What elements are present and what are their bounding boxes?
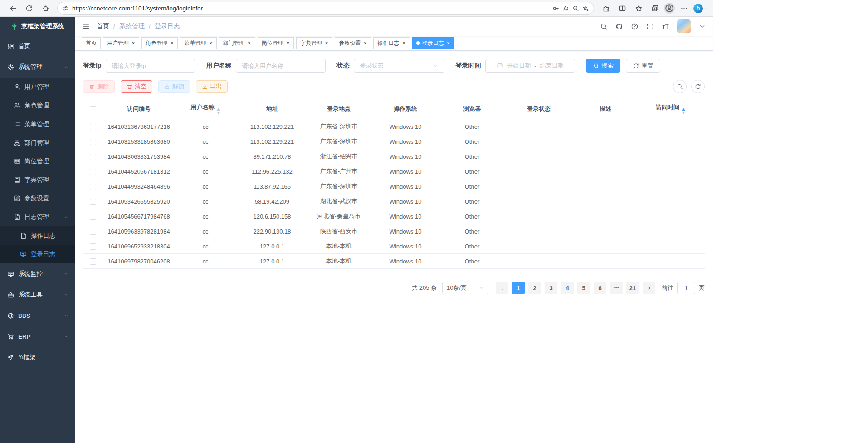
- row-checkbox[interactable]: [90, 184, 96, 190]
- sidebar-item[interactable]: BBS: [0, 305, 75, 326]
- tab-item[interactable]: 用户管理×: [103, 37, 139, 49]
- browser-profile-avatar[interactable]: [664, 3, 675, 14]
- chevron-down-icon[interactable]: [698, 23, 706, 30]
- back-icon[interactable]: [5, 2, 20, 15]
- breadcrumb-item[interactable]: 首页: [97, 22, 109, 30]
- date-range-picker[interactable]: 开始日期 - 结束日期: [485, 59, 575, 73]
- sidebar-item[interactable]: 操作日志: [0, 226, 75, 245]
- search-icon[interactable]: [600, 23, 608, 30]
- home-icon[interactable]: [38, 2, 53, 15]
- url-text[interactable]: https://ccnetcore.com:1101/system/log/lo…: [72, 5, 549, 12]
- sidebar-item[interactable]: 系统管理: [0, 57, 75, 78]
- browser-menu-icon[interactable]: [677, 2, 691, 15]
- delete-button[interactable]: 删除: [83, 80, 115, 93]
- row-checkbox[interactable]: [90, 124, 96, 130]
- close-icon[interactable]: ×: [209, 40, 212, 46]
- pager-page-5[interactable]: 5: [577, 282, 590, 294]
- sidebar-item[interactable]: 用户管理: [0, 78, 75, 96]
- prev-page-button[interactable]: [496, 282, 508, 294]
- font-size-icon[interactable]: [662, 23, 669, 30]
- pager-page-4[interactable]: 4: [561, 282, 574, 294]
- address-bar[interactable]: https://ccnetcore.com:1101/system/log/lo…: [57, 2, 594, 15]
- close-icon[interactable]: ×: [447, 40, 450, 46]
- sort-carets-icon[interactable]: [217, 108, 220, 114]
- close-icon[interactable]: ×: [286, 40, 290, 46]
- refresh-icon[interactable]: [22, 2, 36, 15]
- sidebar-item[interactable]: 岗位管理: [0, 152, 75, 170]
- password-key-icon[interactable]: [552, 5, 559, 12]
- page-size-select[interactable]: 10条/页: [442, 282, 488, 294]
- pager-page-3[interactable]: 3: [545, 282, 557, 294]
- sidebar-item[interactable]: 日志管理: [0, 208, 75, 226]
- tab-item[interactable]: 操作日志×: [373, 37, 410, 49]
- hamburger-icon[interactable]: [82, 22, 90, 30]
- row-checkbox[interactable]: [90, 169, 96, 175]
- sidebar-item[interactable]: ERP: [0, 326, 75, 347]
- bing-copilot-icon[interactable]: b: [693, 4, 703, 13]
- sidebar-item[interactable]: 登录日志: [0, 245, 75, 263]
- column-header-time[interactable]: 访问时间: [636, 99, 705, 119]
- sidebar-item[interactable]: 部门管理: [0, 133, 75, 152]
- extensions-icon[interactable]: [599, 2, 613, 15]
- zoom-out-icon[interactable]: [572, 5, 579, 12]
- sidebar-item[interactable]: 系统监控: [0, 263, 75, 284]
- row-checkbox[interactable]: [90, 214, 96, 220]
- github-icon[interactable]: [615, 23, 623, 30]
- tab-item[interactable]: 字典管理×: [296, 37, 332, 49]
- row-checkbox[interactable]: [90, 229, 96, 235]
- read-aloud-icon[interactable]: [562, 5, 569, 12]
- row-checkbox[interactable]: [90, 139, 96, 145]
- close-icon[interactable]: ×: [248, 40, 251, 46]
- tab-item[interactable]: 菜单管理×: [180, 37, 216, 49]
- row-checkbox[interactable]: [90, 199, 96, 205]
- close-icon[interactable]: ×: [363, 40, 367, 46]
- help-icon[interactable]: [631, 23, 639, 30]
- favorites-icon[interactable]: [631, 2, 646, 15]
- pager-page-1[interactable]: 1: [512, 282, 525, 294]
- close-icon[interactable]: ×: [325, 40, 328, 46]
- sidebar-item[interactable]: 首页: [0, 36, 75, 57]
- sidebar-item[interactable]: Yi框架: [0, 347, 75, 368]
- clear-button[interactable]: 清空: [121, 80, 152, 93]
- pager-page-21[interactable]: 21: [626, 282, 639, 294]
- sidebar-item[interactable]: 参数设置: [0, 189, 75, 208]
- toggle-search-button[interactable]: [673, 80, 687, 93]
- sidebar-item[interactable]: 角色管理: [0, 96, 75, 115]
- tab-item[interactable]: 岗位管理×: [258, 37, 294, 49]
- tab-item[interactable]: 部门管理×: [219, 37, 255, 49]
- refresh-table-button[interactable]: [691, 80, 705, 93]
- username-input[interactable]: [236, 59, 326, 73]
- breadcrumb-item[interactable]: 系统管理: [119, 22, 145, 30]
- tab-item[interactable]: 角色管理×: [141, 37, 178, 49]
- tab-item[interactable]: 首页: [82, 37, 101, 49]
- close-icon[interactable]: ×: [132, 40, 135, 46]
- sort-carets-icon[interactable]: [682, 108, 685, 114]
- user-avatar[interactable]: [677, 19, 691, 33]
- chevron-down-icon[interactable]: [704, 6, 708, 10]
- login-ip-input[interactable]: [106, 59, 195, 73]
- row-checkbox[interactable]: [90, 243, 96, 250]
- unlock-button[interactable]: 解锁: [158, 80, 190, 93]
- tab-item[interactable]: 参数设置×: [335, 37, 371, 49]
- tab-active[interactable]: 登录日志×: [412, 37, 454, 49]
- sidebar-item[interactable]: 字典管理: [0, 170, 75, 189]
- status-select[interactable]: 登录状态: [354, 59, 444, 73]
- next-page-button[interactable]: [643, 282, 655, 294]
- reset-button[interactable]: 重置: [626, 59, 660, 73]
- site-permissions-icon[interactable]: [62, 5, 69, 12]
- row-checkbox[interactable]: [90, 154, 96, 160]
- pager-page-2[interactable]: 2: [528, 282, 541, 294]
- goto-page-input[interactable]: [677, 282, 695, 294]
- pager-more[interactable]: •••: [610, 282, 623, 294]
- add-favorite-icon[interactable]: [582, 5, 589, 12]
- split-screen-icon[interactable]: [615, 2, 629, 15]
- close-icon[interactable]: ×: [402, 40, 405, 46]
- search-button[interactable]: 搜索: [586, 59, 620, 73]
- row-checkbox[interactable]: [90, 258, 96, 265]
- pager-page-6[interactable]: 6: [594, 282, 606, 294]
- fullscreen-icon[interactable]: [646, 23, 654, 30]
- column-header-user[interactable]: 用户名称: [175, 99, 236, 119]
- collections-icon[interactable]: [648, 2, 662, 15]
- export-button[interactable]: 导出: [196, 80, 228, 93]
- close-icon[interactable]: ×: [170, 40, 174, 46]
